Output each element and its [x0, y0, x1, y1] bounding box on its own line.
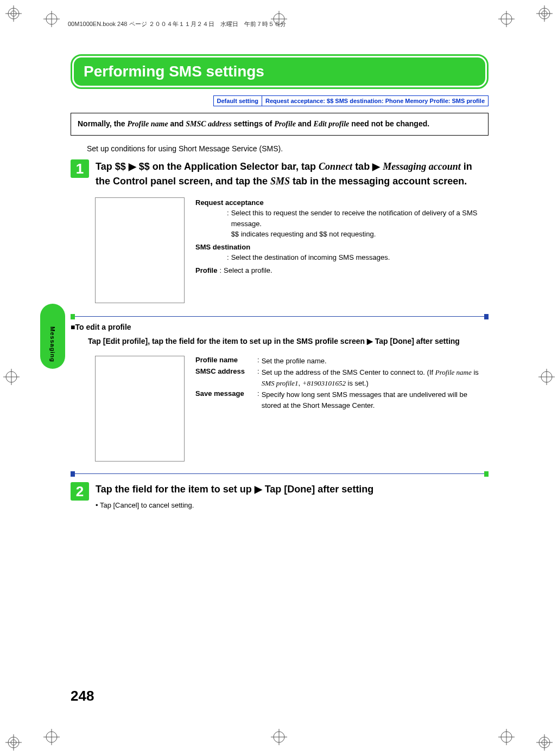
crosshair-icon [43, 11, 60, 27]
field-sms-destination-label: SMS destination [195, 243, 250, 251]
step-1-fields: Request acceptance : Select this to requ… [195, 197, 489, 303]
page-title-frame: Performing SMS settings [71, 54, 489, 89]
step-2-title: Tap the field for the item to set up ▶ T… [96, 482, 489, 497]
crosshair-icon [498, 729, 515, 745]
crosshair-icon [498, 11, 515, 27]
field-request-acceptance-desc-2: $$ indicates requesting and $$ not reque… [231, 229, 489, 240]
mid-mark-right [538, 369, 555, 387]
field-profile-label: Profile [195, 265, 217, 276]
page-header-meta: 00M1000EN.book 248 ページ ２００４年１１月２４日 水曜日 午… [68, 20, 286, 28]
step-2-number: 2 [71, 482, 89, 501]
field-request-acceptance-desc-1: Select this to request the sender to rec… [231, 208, 489, 229]
registration-mark-tl [5, 5, 22, 22]
step-2: 2 Tap the field for the item to set up ▶… [71, 482, 489, 509]
step-1-number: 1 [71, 159, 89, 178]
section-divider-top [71, 314, 489, 319]
arrow-icon: ▶ [372, 161, 380, 172]
field-save-message-desc: Specify how long sent SMS messages that … [262, 389, 489, 411]
field-profile-desc: Select a profile. [221, 265, 272, 276]
section-tab-label: Messaging [49, 326, 56, 362]
arrow-icon: ▶ [367, 337, 373, 345]
screenshot-placeholder-1 [95, 197, 185, 303]
field-profile-name-label: Profile name [195, 356, 255, 367]
edit-profile-fields: Profile name : Set the profile name. SMS… [195, 356, 489, 462]
field-smsc-address-label: SMSC address [195, 367, 255, 388]
registration-mark-tr [536, 5, 553, 22]
field-request-acceptance-label: Request acceptance [195, 198, 264, 207]
crosshair-icon [3, 369, 20, 385]
edit-profile-heading: ■To edit a profile [71, 323, 489, 331]
field-profile-name-desc: Set the profile name. [262, 356, 489, 367]
crosshair-icon [538, 369, 555, 385]
note-box: Normally, the Profile name and SMSC addr… [71, 113, 489, 136]
field-save-message-label: Save message [195, 389, 255, 411]
step-1-title: Tap $$ ▶ $$ on the Application Selector … [96, 159, 489, 189]
field-smsc-address-desc: Set up the address of the SMS Center to … [262, 367, 489, 388]
registration-mark-bl [5, 734, 22, 751]
cancel-note: Tap [Cancel] to cancel setting. [96, 501, 489, 509]
screenshot-placeholder-2 [95, 356, 185, 462]
arrow-icon: ▶ [255, 484, 262, 495]
intro-text: Set up conditions for using Short Messag… [87, 144, 489, 153]
section-divider-bottom [71, 471, 489, 477]
registration-mark-br [536, 734, 553, 751]
section-tab: Messaging [40, 304, 65, 369]
page-title: Performing SMS settings [74, 57, 485, 86]
field-sms-destination-desc: Select the destination of incoming SMS m… [229, 252, 390, 263]
default-setting-label: Default setting [214, 96, 262, 106]
page-number: 248 [71, 688, 94, 704]
footer-crop-marks [43, 729, 515, 745]
edit-profile-body: Tap [Edit profile], tap the field for th… [88, 336, 489, 347]
arrow-icon: ▶ [129, 161, 136, 172]
step-1: 1 Tap $$ ▶ $$ on the Application Selecto… [71, 159, 489, 189]
crosshair-icon [43, 729, 60, 745]
crosshair-icon [271, 729, 287, 745]
default-setting-box: Default setting Request acceptance: $$ S… [213, 95, 489, 106]
default-setting-values: Request acceptance: $$ SMS destination: … [262, 96, 488, 106]
mid-mark-left [3, 369, 20, 387]
